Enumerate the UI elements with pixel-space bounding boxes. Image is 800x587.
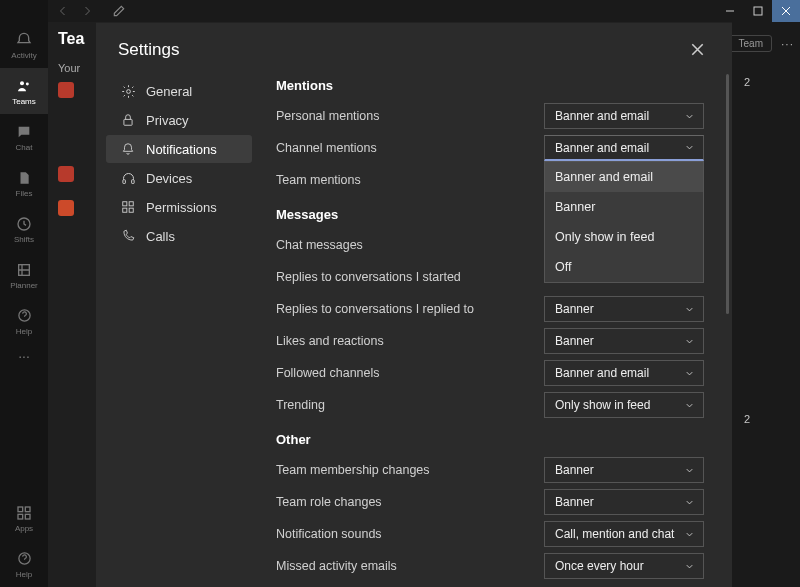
rail-label: Shifts [14, 235, 34, 244]
chat-icon [15, 123, 33, 141]
setting-label: Notification sounds [276, 527, 382, 541]
help-icon [15, 307, 33, 325]
rail-shifts[interactable]: Shifts [0, 206, 48, 252]
svg-rect-7 [18, 514, 23, 519]
section-header-mentions: Mentions [276, 78, 704, 93]
window-close[interactable] [772, 0, 800, 22]
help-icon [15, 550, 33, 568]
rail-help[interactable]: Help [0, 298, 48, 344]
unread-badge: 2 [744, 76, 750, 88]
close-button[interactable] [685, 39, 710, 60]
svg-point-12 [126, 89, 130, 93]
setting-row: Notification sounds Call, mention and ch… [276, 521, 704, 547]
sidebar-item-notifications[interactable]: Notifications [106, 135, 252, 163]
dropdown-likes[interactable]: Banner [544, 328, 704, 354]
sidebar-item-permissions[interactable]: Permissions [106, 193, 252, 221]
compose-icon[interactable] [110, 2, 128, 20]
rail-help-bottom[interactable]: Help [0, 541, 48, 587]
dropdown-value: Once every hour [555, 559, 644, 573]
svg-rect-18 [123, 208, 127, 212]
setting-label: Chat messages [276, 238, 363, 252]
dropdown-value: Banner [555, 463, 594, 477]
rail-more-icon[interactable]: ··· [18, 348, 30, 364]
chevron-down-icon [684, 336, 695, 347]
rail-apps[interactable]: Apps [0, 495, 48, 541]
nav-fwd-icon[interactable] [78, 2, 96, 20]
settings-modal: Settings General Privacy Notifications D… [96, 22, 732, 587]
setting-row: Team membership changes Banner [276, 457, 704, 483]
setting-label: Followed channels [276, 366, 380, 380]
nav-back-icon[interactable] [54, 2, 72, 20]
rail-label: Files [16, 189, 33, 198]
rail-label: Apps [15, 524, 33, 533]
dropdown-trending[interactable]: Only show in feed [544, 392, 704, 418]
setting-label: Personal mentions [276, 109, 380, 123]
svg-rect-16 [123, 202, 127, 206]
dropdown-value: Banner and email [555, 109, 649, 123]
dropdown-channel-mentions[interactable]: Banner and email [544, 135, 704, 161]
rail-label: Help [16, 327, 32, 336]
rail-chat[interactable]: Chat [0, 114, 48, 160]
rail-planner[interactable]: Planner [0, 252, 48, 298]
svg-rect-17 [129, 202, 133, 206]
setting-row: Followed channels Banner and email [276, 360, 704, 386]
chevron-down-icon [684, 465, 695, 476]
svg-rect-19 [129, 208, 133, 212]
setting-row: Missed activity emails Once every hour [276, 553, 704, 579]
svg-point-1 [26, 82, 29, 85]
sidebar-item-calls[interactable]: Calls [106, 222, 252, 250]
scrollbar-thumb[interactable] [726, 74, 729, 314]
dropdown-sounds[interactable]: Call, mention and chat [544, 521, 704, 547]
bg-title: Tea [58, 30, 84, 48]
svg-rect-6 [25, 507, 30, 512]
svg-rect-5 [18, 507, 23, 512]
chevron-down-icon [684, 111, 695, 122]
rail-label: Activity [11, 51, 36, 60]
window-minimize[interactable] [716, 0, 744, 22]
svg-rect-14 [122, 179, 125, 183]
dropdown-membership[interactable]: Banner [544, 457, 704, 483]
sidebar-item-label: Calls [146, 229, 175, 244]
modal-title: Settings [118, 40, 179, 60]
dropdown-followed[interactable]: Banner and email [544, 360, 704, 386]
dropdown-option[interactable]: Off [545, 252, 703, 282]
dropdown-value: Only show in feed [555, 398, 650, 412]
dropdown-replies-replied[interactable]: Banner [544, 296, 704, 322]
dropdown-value: Call, mention and chat [555, 527, 674, 541]
rail-label: Chat [16, 143, 33, 152]
dropdown-option[interactable]: Only show in feed [545, 222, 703, 252]
sidebar-item-privacy[interactable]: Privacy [106, 106, 252, 134]
rail-label: Planner [10, 281, 38, 290]
apps-icon [15, 504, 33, 522]
dropdown-list: Banner and email Banner Only show in fee… [544, 161, 704, 283]
sidebar-item-general[interactable]: General [106, 77, 252, 105]
window-controls [716, 0, 800, 22]
dropdown-missed-emails[interactable]: Once every hour [544, 553, 704, 579]
bg-avatar-chip [58, 166, 74, 182]
setting-row: Trending Only show in feed [276, 392, 704, 418]
dropdown-option[interactable]: Banner [545, 192, 703, 222]
settings-sidebar: General Privacy Notifications Devices Pe… [106, 64, 260, 587]
dropdown-option[interactable]: Banner and email [545, 162, 703, 192]
rail-activity[interactable]: Activity [0, 22, 48, 68]
setting-label: Team role changes [276, 495, 382, 509]
dropdown-personal-mentions[interactable]: Banner and email [544, 103, 704, 129]
svg-rect-15 [131, 179, 134, 183]
sidebar-item-label: Privacy [146, 113, 189, 128]
svg-point-0 [20, 81, 24, 85]
dropdown-role[interactable]: Banner [544, 489, 704, 515]
headset-icon [120, 170, 136, 186]
chevron-down-icon [684, 400, 695, 411]
window-maximize[interactable] [744, 0, 772, 22]
dropdown-value: Banner and email [555, 141, 649, 155]
bg-list-col [48, 22, 98, 587]
sidebar-item-devices[interactable]: Devices [106, 164, 252, 192]
rail-files[interactable]: Files [0, 160, 48, 206]
setting-label: Team mentions [276, 173, 361, 187]
sidebar-item-label: General [146, 84, 192, 99]
modal-header: Settings [96, 23, 732, 64]
app-rail: Activity Teams Chat Files Shifts Planner… [0, 0, 48, 587]
more-icon[interactable]: ··· [781, 37, 794, 51]
rail-teams[interactable]: Teams [0, 68, 48, 114]
teams-icon [15, 77, 33, 95]
